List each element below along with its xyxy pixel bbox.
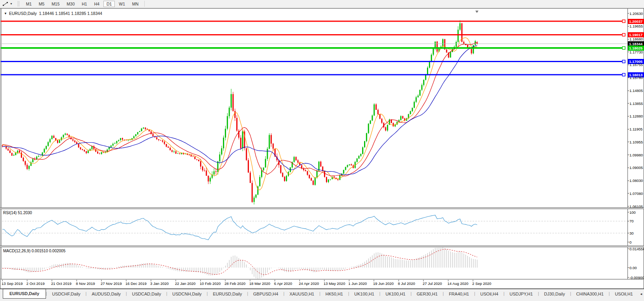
macd-label: MACD(12,26,9) 0.001510 0.002005: [3, 249, 65, 253]
date-label: 2 Sep 2020: [472, 281, 491, 286]
date-label: 27 Nov 2019: [101, 281, 122, 286]
trading-platform-window: ▼ M1M5M15M30H1H4D1W1MN ▼EURUSD,Daily 1.1…: [0, 0, 644, 301]
date-label: 2 Oct 2019: [26, 281, 44, 286]
toolbar-grip[interactable]: [18, 1, 19, 6]
chart-ohlc-values: 1.18446 1.18541 1.18285 1.18344: [39, 11, 102, 16]
date-label: 16 Dec 2019: [125, 281, 147, 286]
tab-usdchf-daily-0[interactable]: USDCHF,Daily: [47, 289, 85, 299]
date-axis[interactable]: 13 Sep 20192 Oct 201921 Oct 20198 Nov 20…: [0, 280, 644, 289]
date-label: 13 Sep 2019: [2, 281, 23, 286]
date-label: 3 Jan 2020: [150, 281, 169, 286]
trendline-icon: [2, 1, 9, 7]
tab-scroll-left-icon[interactable]: ◄: [640, 292, 643, 296]
timeframe-button-mn[interactable]: MN: [129, 1, 142, 7]
timeframe-button-d1[interactable]: D1: [103, 1, 115, 7]
rsi-label: RSI(14) 51.2030: [3, 211, 32, 215]
date-label: 24 Apr 2020: [299, 281, 319, 286]
tab-china300-h1-15[interactable]: CHINA300,H1: [571, 289, 609, 299]
date-label: 14 Aug 2020: [447, 281, 468, 286]
date-label: 18 Mar 2020: [249, 281, 270, 286]
tab-gbpusd-h4-5[interactable]: GBPUSD,H4: [248, 289, 283, 299]
main-chart-panel[interactable]: ▼EURUSD,Daily 1.18446 1.18541 1.18285 1.…: [0, 8, 644, 208]
macd-panel[interactable]: MACD(12,26,9) 0.001510 0.002005: [0, 247, 644, 279]
date-label: 28 Feb 2020: [224, 281, 245, 286]
rsi-panel[interactable]: RSI(14) 51.2030: [0, 209, 644, 246]
chart-tabbar: EURUSD,Daily|USDCHF,Daily|AUDUSD,Daily|U…: [0, 289, 644, 301]
timeframe-button-m30[interactable]: M30: [64, 1, 78, 7]
tab-usdcad-daily-2[interactable]: USDCAD,Daily: [127, 289, 166, 299]
timeframe-button-m15[interactable]: M15: [48, 1, 63, 7]
timeframe-button-h1[interactable]: H1: [79, 1, 90, 7]
tab-fra40-h1-11[interactable]: FRA40,H1: [444, 289, 474, 299]
timeframe-button-m5[interactable]: M5: [36, 1, 48, 7]
timeframe-buttons: M1M5M15M30H1H4D1W1MN: [22, 1, 142, 7]
collapse-triangle-icon[interactable]: ▼: [4, 12, 7, 15]
tab-ger30-h1-10[interactable]: GER30,H1: [412, 289, 443, 299]
timeframe-button-w1[interactable]: W1: [116, 1, 128, 7]
date-label: 10 Feb 2020: [200, 281, 221, 286]
tab-audusd-daily-1[interactable]: AUDUSD,Daily: [86, 289, 126, 299]
tab-usdjpy-h1-13[interactable]: USDJPY,H1: [504, 289, 538, 299]
tab-eurusd-daily[interactable]: EURUSD,Daily: [3, 289, 46, 299]
timeframe-button-m1[interactable]: M1: [23, 1, 35, 7]
tab-usdcnh-daily-3[interactable]: USDCNH,Daily: [167, 289, 207, 299]
tab-usoil-h1-16[interactable]: USOil,H1: [610, 289, 638, 299]
chart-title: ▼EURUSD,Daily 1.18446 1.18541 1.18285 1.…: [4, 11, 102, 16]
tab-xauusd-h1-6[interactable]: XAUUSD,H1: [284, 289, 319, 299]
date-label: 22 Jan 2020: [175, 281, 195, 286]
chart-symbol-period: EURUSD,Daily: [9, 11, 37, 16]
tab-uk100-h1-9[interactable]: UK100,H1: [380, 289, 410, 299]
tab-eurusd-daily-4[interactable]: EURUSD,Daily: [208, 289, 247, 299]
line-studies-button[interactable]: ▼: [1, 1, 14, 7]
tab-usoil-h4-12[interactable]: USOil,H4: [475, 289, 504, 299]
date-label: 19 Jun 2020: [373, 281, 394, 286]
date-label: 8 Nov 2019: [76, 281, 95, 286]
date-label: 21 Oct 2019: [51, 281, 72, 286]
date-label: 27 Jul 2020: [423, 281, 442, 286]
date-label: 6 Apr 2020: [274, 281, 292, 286]
date-label: 13 May 2020: [324, 281, 345, 286]
tab-uk100-h1-8[interactable]: UK100,H1: [349, 289, 379, 299]
chevron-down-icon: ▼: [10, 2, 13, 5]
timeframe-toolbar: ▼ M1M5M15M30H1H4D1W1MN: [0, 0, 644, 8]
date-label: 1 Jun 2020: [348, 281, 367, 286]
timeframe-button-h4[interactable]: H4: [91, 1, 102, 7]
toolbar-separator: [144, 1, 145, 7]
date-label: 8 Jul 2020: [398, 281, 415, 286]
tab-dj30-daily-14[interactable]: DJ30,Daily: [539, 289, 570, 299]
tab-hk50-h1-7[interactable]: HK50,H1: [320, 289, 348, 299]
